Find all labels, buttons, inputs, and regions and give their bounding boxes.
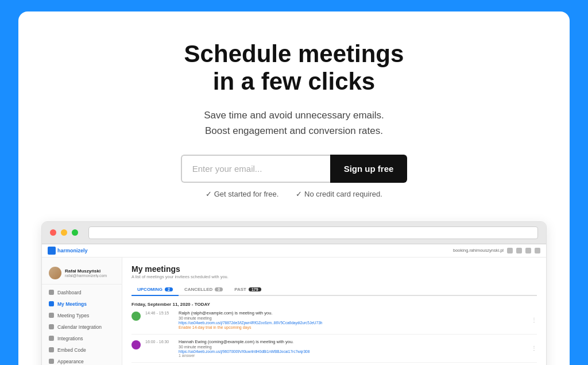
user-email: rafal@harmonizely.com — [65, 274, 115, 278]
sidebar-item-appearance[interactable]: Appearance — [42, 356, 122, 365]
hero-subtitle: Save time and avoid unnecessary emails. … — [41, 107, 547, 139]
browser-dot-green — [72, 229, 78, 236]
tab-past[interactable]: PAST 179 — [229, 284, 266, 295]
meeting-link-1: https://us04web.zoom.us/j/78872de3/tZpwr… — [179, 321, 527, 325]
topbar-icon-3 — [525, 248, 531, 253]
app-inner: Rafał Muszyński rafal@harmonizely.com Da… — [42, 258, 546, 365]
topbar-icon-4 — [535, 248, 540, 253]
form-hints: ✓ Get started for free. ✓ No credit card… — [41, 190, 547, 198]
meeting-duration-1: 30 minute meeting — [179, 316, 527, 320]
hint-free: ✓ Get started for free. — [206, 190, 278, 198]
calendar-icon — [49, 324, 54, 329]
meeting-dot-1 — [131, 312, 141, 321]
dashboard-icon — [49, 290, 54, 295]
date-label-1: Friday, September 11, 2020 - TODAY — [131, 302, 537, 307]
app-topbar: harmonizely booking.rahimouszynski.pl — [42, 244, 546, 258]
browser-bar — [42, 222, 546, 244]
sidebar-item-integrations[interactable]: Integrations — [42, 333, 122, 344]
upcoming-badge: 2 — [165, 287, 173, 291]
browser-dot-yellow — [61, 229, 67, 236]
main-header: My meetings A list of meetings your invi… — [131, 264, 537, 279]
meeting-more-1[interactable]: ⋮ — [531, 317, 537, 323]
sidebar-item-dashboard[interactable]: Dashboard — [42, 287, 122, 298]
my-meetings-icon — [49, 301, 54, 306]
logo-icon — [48, 247, 56, 255]
meeting-item-1: 14:46 - 15:15 Ralph (ralph@example.com) … — [131, 310, 537, 335]
integrations-icon — [49, 336, 54, 341]
user-name: Rafał Muszyński — [65, 268, 115, 274]
meeting-who-1: Ralph (ralph@example.com) is meeting wit… — [179, 310, 527, 316]
sidebar-user: Rafał Muszyński rafal@harmonizely.com — [42, 263, 122, 285]
topbar-icon-2 — [516, 248, 522, 253]
sidebar-item-my-meetings[interactable]: My Meetings — [42, 298, 122, 310]
app-screenshot: harmonizely booking.rahimouszynski.pl Ra… — [41, 221, 547, 365]
browser-dot-red — [50, 229, 56, 236]
tab-cancelled[interactable]: CANCELLED 0 — [179, 284, 229, 295]
app-sidebar: Rafał Muszyński rafal@harmonizely.com Da… — [42, 258, 122, 365]
signup-form: Sign up free — [41, 155, 547, 183]
main-card: Schedule meetings in a few clicks Save t… — [18, 11, 570, 365]
app-main-content: My meetings A list of meetings your invi… — [122, 258, 546, 365]
meeting-time-1: 14:46 - 15:15 — [145, 311, 174, 315]
hero-title: Schedule meetings in a few clicks — [41, 40, 547, 96]
sidebar-item-meeting-types[interactable]: Meeting Types — [42, 310, 122, 321]
meeting-dot-2 — [131, 340, 141, 349]
meeting-details-1: Ralph (ralph@example.com) is meeting wit… — [179, 310, 527, 329]
meetings-tabs: UPCOMING 2 CANCELLED 0 PAST 179 — [131, 284, 537, 296]
hero-section: Schedule meetings in a few clicks Save t… — [41, 40, 547, 198]
main-subtitle: A list of meetings your invitees schedul… — [131, 274, 229, 279]
appearance-icon — [49, 359, 54, 364]
browser-url-bar — [88, 226, 538, 239]
tab-upcoming[interactable]: UPCOMING 2 — [131, 284, 179, 296]
user-info: Rafał Muszyński rafal@harmonizely.com — [65, 268, 115, 278]
sidebar-item-calendar[interactable]: Calendar Integration — [42, 321, 122, 333]
hint-no-cc: ✓ No credit card required. — [296, 190, 382, 198]
meeting-details-2: Hannah Ewing (coming@example.com) is mee… — [179, 339, 527, 358]
embed-icon — [49, 347, 54, 352]
cancelled-badge: 0 — [215, 287, 223, 291]
email-input[interactable] — [181, 155, 330, 183]
sidebar-item-embed[interactable]: Embed Code — [42, 344, 122, 356]
main-title: My meetings — [131, 264, 229, 274]
meeting-warn-1: Enable 14-day trial in the upcoming days — [179, 325, 527, 329]
meeting-link-2: https://us04web.zoom.us/j/96070009V/l0uw… — [179, 349, 527, 354]
app-logo: harmonizely — [48, 247, 88, 255]
user-avatar — [49, 267, 61, 279]
topbar-url: booking.rahimouszynski.pl — [453, 248, 504, 253]
topbar-icons: booking.rahimouszynski.pl — [453, 248, 540, 253]
past-badge: 179 — [249, 287, 261, 291]
meeting-who-2: Hannah Ewing (coming@example.com) is mee… — [179, 339, 527, 344]
signup-button[interactable]: Sign up free — [330, 155, 408, 183]
topbar-icon-1 — [507, 248, 513, 253]
meeting-item-2: 16:00 - 16:30 Hannah Ewing (coming@examp… — [131, 339, 537, 363]
main-heading: My meetings A list of meetings your invi… — [131, 264, 229, 279]
meeting-duration-2: 30 minute meeting — [179, 345, 527, 349]
meeting-types-icon — [49, 313, 54, 318]
meeting-time-2: 16:00 - 16:30 — [145, 340, 174, 344]
meeting-answer-2: 1 answer — [179, 354, 527, 358]
meeting-more-2[interactable]: ⋮ — [531, 345, 537, 351]
